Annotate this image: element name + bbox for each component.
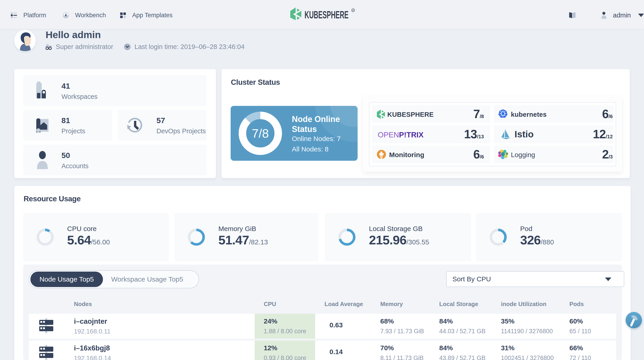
svg-text:KUBESPHERE: KUBESPHERE [304, 9, 348, 21]
svg-text:R: R [352, 8, 354, 12]
